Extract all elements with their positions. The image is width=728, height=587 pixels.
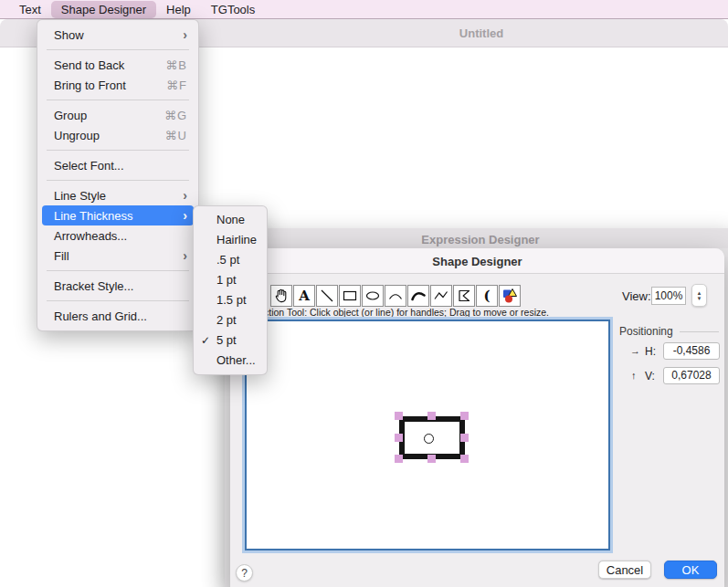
- h-label: H:: [645, 345, 656, 358]
- shape-tools-toolbar: A: [270, 285, 522, 307]
- hand-icon: [273, 288, 290, 304]
- positioning-heading: Positioning: [619, 325, 673, 338]
- submenu-item-half-pt[interactable]: .5 pt: [194, 250, 267, 270]
- selection-handle-bottom-left[interactable]: [395, 455, 403, 463]
- shortcut-label: ⌘F: [166, 79, 187, 92]
- tool-instruction-text: Selection Tool: Click object (or line) f…: [245, 307, 628, 318]
- untitled-window-title: Untitled: [459, 26, 503, 40]
- menubar-item-text[interactable]: Text: [9, 1, 51, 18]
- menu-item-group[interactable]: Group ⌘G: [37, 105, 198, 125]
- menu-item-ungroup[interactable]: Ungroup ⌘U: [37, 125, 198, 145]
- stepper-down-icon: ▼: [697, 296, 702, 301]
- submenu-chevron-icon: ›: [183, 27, 187, 42]
- submenu-chevron-icon: ›: [183, 208, 187, 223]
- menu-separator: [47, 49, 189, 50]
- shape-designer-dialog: Shape Designer A: [230, 248, 724, 587]
- screen: Untitled Expression Designer Shape Desig…: [0, 0, 728, 587]
- line-thickness-submenu: None Hairline .5 pt 1 pt 1.5 pt 2 pt ✓ 5…: [193, 205, 268, 375]
- menu-item-select-font[interactable]: Select Font...: [37, 155, 198, 175]
- shortcut-label: ⌘U: [165, 129, 187, 142]
- text-tool-button[interactable]: A: [293, 285, 315, 307]
- arc-tool-button[interactable]: [385, 285, 406, 307]
- menubar-item-help[interactable]: Help: [156, 1, 201, 18]
- menu-bar: Text Shape Designer Help TGTools: [0, 0, 728, 19]
- v-label: V:: [645, 370, 655, 383]
- menu-item-send-to-back[interactable]: Send to Back ⌘B: [37, 55, 198, 75]
- selection-handle-middle-left[interactable]: [395, 434, 403, 442]
- parenthesis-tool-button[interactable]: (: [476, 285, 498, 307]
- cancel-button[interactable]: Cancel: [598, 561, 651, 579]
- line-tool-button[interactable]: [316, 285, 338, 307]
- menu-separator: [47, 270, 189, 271]
- selection-handle-bottom-right[interactable]: [460, 455, 469, 463]
- polygon-tool-button[interactable]: [453, 285, 475, 307]
- submenu-chevron-icon: ›: [183, 188, 187, 203]
- selection-handle-top-middle[interactable]: [427, 412, 436, 420]
- view-zoom-field[interactable]: 100%: [651, 287, 686, 305]
- menubar-item-tgtools[interactable]: TGTools: [201, 1, 265, 18]
- submenu-item-hairline[interactable]: Hairline: [194, 230, 267, 250]
- v-coordinate-field[interactable]: 0,67028: [663, 367, 720, 384]
- menu-item-bring-to-front[interactable]: Bring to Front ⌘F: [37, 75, 198, 95]
- canvas-center-circle[interactable]: [424, 434, 434, 444]
- rectangle-icon: [342, 288, 358, 304]
- line-icon: [319, 288, 335, 304]
- selection-handle-middle-right[interactable]: [460, 434, 469, 442]
- hand-tool-button[interactable]: [270, 285, 292, 307]
- submenu-item-1-5pt[interactable]: 1.5 pt: [194, 290, 267, 310]
- shape-designer-menu: Show › Send to Back ⌘B Bring to Front ⌘F…: [37, 19, 199, 331]
- menu-item-arrowheads[interactable]: Arrowheads...: [37, 225, 198, 246]
- submenu-item-none[interactable]: None: [194, 210, 267, 230]
- polygon-icon: [456, 288, 472, 304]
- menu-item-line-style[interactable]: Line Style ›: [37, 185, 198, 205]
- ellipse-tool-button[interactable]: [362, 285, 384, 307]
- menu-item-bracket-style[interactable]: Bracket Style...: [37, 276, 198, 296]
- menubar-item-shape-designer[interactable]: Shape Designer: [51, 1, 156, 18]
- arc-icon: [387, 288, 404, 304]
- checkmark-icon: ✓: [201, 330, 210, 351]
- selection-handle-top-right[interactable]: [460, 412, 469, 420]
- menu-item-fill[interactable]: Fill ›: [37, 246, 198, 266]
- ellipse-icon: [364, 288, 381, 304]
- h-arrow-icon: →: [630, 345, 640, 356]
- view-label: View:: [622, 289, 651, 303]
- submenu-item-other[interactable]: Other...: [194, 351, 267, 371]
- menu-separator: [47, 150, 189, 151]
- zigzag-icon: [433, 288, 449, 304]
- menu-item-show[interactable]: Show ›: [37, 25, 198, 45]
- shortcut-label: ⌘B: [165, 58, 187, 72]
- menu-separator: [47, 100, 189, 100]
- menu-item-line-thickness[interactable]: Line Thickness ›: [42, 205, 194, 225]
- expression-designer-title: Expression Designer: [421, 233, 539, 246]
- v-arrow-icon: ↑: [631, 370, 637, 381]
- color-shapes-icon: [501, 288, 518, 304]
- help-button[interactable]: ?: [236, 564, 253, 582]
- menu-item-rulers-and-grid[interactable]: Rulers and Grid...: [37, 306, 198, 326]
- zigzag-tool-button[interactable]: [430, 285, 452, 307]
- curve-icon: [410, 288, 427, 304]
- shape-designer-title: Shape Designer: [432, 255, 522, 268]
- color-shapes-tool-button[interactable]: [499, 285, 521, 307]
- parenthesis-icon: (: [483, 289, 490, 303]
- submenu-item-2pt[interactable]: 2 pt: [194, 310, 267, 330]
- menu-separator: [47, 300, 189, 301]
- positioning-divider: [680, 331, 719, 332]
- shortcut-label: ⌘G: [164, 109, 187, 122]
- submenu-item-5pt[interactable]: ✓ 5 pt: [194, 330, 267, 351]
- rectangle-tool-button[interactable]: [339, 285, 361, 307]
- shape-designer-titlebar[interactable]: Shape Designer: [230, 248, 724, 274]
- view-zoom-stepper[interactable]: ▲ ▼: [691, 284, 707, 307]
- h-coordinate-field[interactable]: -0,4586: [663, 342, 720, 360]
- submenu-item-1pt[interactable]: 1 pt: [194, 270, 267, 290]
- drawing-canvas[interactable]: [245, 320, 610, 550]
- text-tool-icon: A: [299, 289, 310, 303]
- menu-separator: [47, 180, 189, 181]
- expression-designer-titlebar[interactable]: Expression Designer: [225, 228, 728, 248]
- selection-handle-bottom-middle[interactable]: [427, 455, 436, 463]
- selection-handle-top-left[interactable]: [395, 412, 403, 420]
- ok-button[interactable]: OK: [664, 561, 717, 579]
- submenu-chevron-icon: ›: [183, 248, 187, 263]
- curve-tool-button[interactable]: [407, 285, 429, 307]
